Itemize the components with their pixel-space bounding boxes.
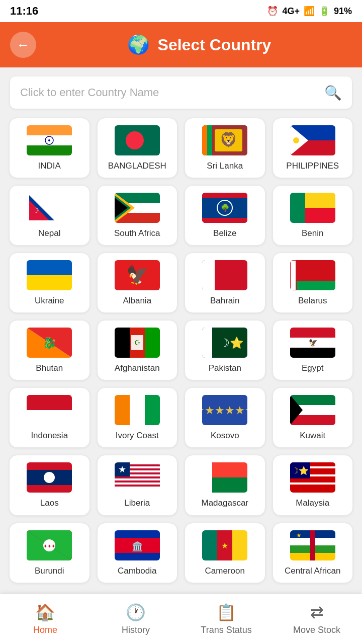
nav-history-label: History — [122, 625, 150, 635]
country-name-albania: Albania — [123, 295, 151, 306]
country-name-ukraine: Ukraine — [35, 295, 64, 306]
country-name-madagascar: Madagascar — [201, 498, 248, 509]
svg-rect-46 — [290, 260, 296, 290]
globe-icon: 🌍 — [127, 34, 150, 55]
country-card-cameroon[interactable]: ★ Cameroon — [185, 523, 265, 583]
country-name-kosovo: Kosovo — [211, 430, 239, 441]
flag-cameroon: ★ — [202, 530, 247, 560]
svg-text:★★★★★★: ★★★★★★ — [202, 404, 247, 417]
nav-trans-status-label: Trans Status — [201, 625, 251, 635]
country-name-burundi: Burundi — [35, 566, 64, 577]
svg-rect-97 — [290, 487, 335, 489]
country-card-southafrica[interactable]: South Africa — [97, 185, 178, 246]
flag-srilanka: 🦁 — [202, 125, 247, 155]
home-icon: 🏠 — [35, 603, 55, 622]
country-card-nepal[interactable]: ☽ Nepal — [9, 185, 90, 246]
country-card-centralafrican[interactable]: ★ Central African — [273, 523, 353, 583]
flag-ivorycoast — [115, 395, 160, 425]
svg-rect-74 — [27, 462, 72, 470]
country-card-malaysia[interactable]: ☽⭐ Malaysia — [273, 455, 353, 515]
country-card-philippines[interactable]: PHILIPPINES — [273, 118, 353, 178]
nav-trans-status[interactable]: 📋 Trans Status — [181, 594, 272, 644]
country-card-srilanka[interactable]: 🦁 Sri Lanka — [185, 118, 265, 178]
country-name-belize: Belize — [213, 228, 236, 239]
country-card-bahrain[interactable]: Bahrain — [185, 253, 265, 313]
svg-text:🦅: 🦅 — [308, 339, 317, 347]
svg-point-4 — [48, 139, 50, 141]
svg-rect-67 — [145, 395, 160, 425]
flag-centralafrican: ★ — [290, 530, 335, 560]
country-name-india: INDIA — [38, 160, 61, 172]
bottom-nav: 🏠 Home 🕐 History 📋 Trans Status ⇄ Move S… — [0, 594, 362, 644]
battery-icon: 🔋 — [319, 6, 330, 17]
country-card-cambodia[interactable]: 🏛️ Cambodia — [97, 523, 178, 583]
svg-rect-37 — [27, 260, 72, 275]
country-card-kosovo[interactable]: ★★★★★★ Kosovo — [185, 387, 265, 448]
nav-move-stock-label: Move Stock — [293, 625, 340, 635]
country-name-nepal: Nepal — [38, 228, 60, 239]
country-card-egypt[interactable]: 🦅 Egypt — [273, 320, 353, 380]
flag-cambodia: 🏛️ — [115, 530, 160, 560]
country-name-philippines: PHILIPPINES — [286, 160, 339, 172]
nav-home[interactable]: 🏠 Home — [0, 594, 90, 644]
svg-rect-83 — [115, 480, 160, 482]
history-icon: 🕐 — [126, 603, 146, 622]
svg-text:★: ★ — [221, 541, 228, 550]
search-icon[interactable]: 🔍 — [324, 85, 342, 101]
country-card-ukraine[interactable]: Ukraine — [9, 253, 90, 313]
flag-liberia: ★ — [115, 462, 160, 493]
svg-point-17 — [293, 137, 299, 143]
svg-rect-63 — [27, 395, 72, 410]
country-card-kuwait[interactable]: Kuwait — [273, 387, 353, 448]
flag-egypt: 🦅 — [290, 328, 335, 358]
svg-point-77 — [44, 472, 55, 483]
country-name-srilanka: Sri Lanka — [207, 160, 243, 172]
trans-status-icon: 📋 — [216, 603, 236, 622]
country-card-benin[interactable]: Benin — [273, 185, 353, 246]
country-name-liberia: Liberia — [124, 498, 150, 509]
country-card-albania[interactable]: 🦅 Albania — [97, 253, 178, 313]
nav-move-stock[interactable]: ⇄ Move Stock — [272, 594, 362, 644]
svg-rect-59 — [290, 328, 335, 338]
svg-text:🦅: 🦅 — [126, 264, 148, 286]
battery-percent: 91% — [334, 6, 352, 17]
flag-nepal: ☽ — [27, 193, 72, 223]
svg-rect-36 — [305, 208, 335, 223]
country-name-bangladesh: BANGLADESH — [108, 160, 166, 172]
country-card-indonesia[interactable]: Indonesia — [9, 387, 90, 448]
flag-benin — [290, 193, 335, 223]
move-stock-icon: ⇄ — [310, 603, 324, 622]
flag-afghanistan: ☪ — [115, 328, 160, 358]
flag-laos — [27, 462, 72, 493]
country-card-afghanistan[interactable]: ☪ Afghanistan — [97, 320, 178, 380]
svg-rect-35 — [305, 193, 335, 208]
country-card-bhutan[interactable]: 🐉 Bhutan — [9, 320, 90, 380]
svg-text:★: ★ — [296, 532, 302, 539]
flag-belize: 🌳 — [202, 193, 247, 223]
country-card-burundi[interactable]: ✦✦✦ Burundi — [9, 523, 90, 583]
country-name-pakistan: Pakistan — [209, 363, 241, 374]
country-card-madagascar[interactable]: Madagascar — [185, 455, 265, 515]
search-bar[interactable]: Click to enter Country Name 🔍 — [10, 76, 352, 109]
svg-rect-110 — [232, 530, 247, 560]
flag-bahrain — [202, 260, 247, 290]
country-card-laos[interactable]: Laos — [9, 455, 90, 515]
country-card-pakistan[interactable]: ☽⭐ Pakistan — [185, 320, 265, 380]
svg-text:🐉: 🐉 — [43, 336, 57, 350]
nav-history[interactable]: 🕐 History — [90, 594, 181, 644]
country-card-ivorycoast[interactable]: Ivory Coast — [97, 387, 178, 448]
country-card-liberia[interactable]: ★ Liberia — [97, 455, 178, 515]
country-name-benin: Benin — [302, 228, 323, 239]
back-button[interactable]: ← — [10, 32, 36, 58]
country-card-bangladesh[interactable]: BANGLADESH — [97, 118, 178, 178]
flag-pakistan: ☽⭐ — [202, 328, 247, 358]
country-name-ivorycoast: Ivory Coast — [116, 430, 159, 441]
svg-text:☽: ☽ — [33, 206, 39, 214]
country-card-india[interactable]: INDIA — [9, 118, 90, 178]
status-icons: ⏰ 4G+ 📶 🔋 91% — [267, 6, 352, 17]
svg-text:✦✦✦: ✦✦✦ — [43, 543, 55, 549]
country-card-belarus[interactable]: Belarus — [273, 253, 353, 313]
country-name-centralafrican: Central African — [285, 566, 341, 577]
svg-rect-9 — [207, 125, 212, 155]
country-card-belize[interactable]: 🌳 Belize — [185, 185, 265, 246]
